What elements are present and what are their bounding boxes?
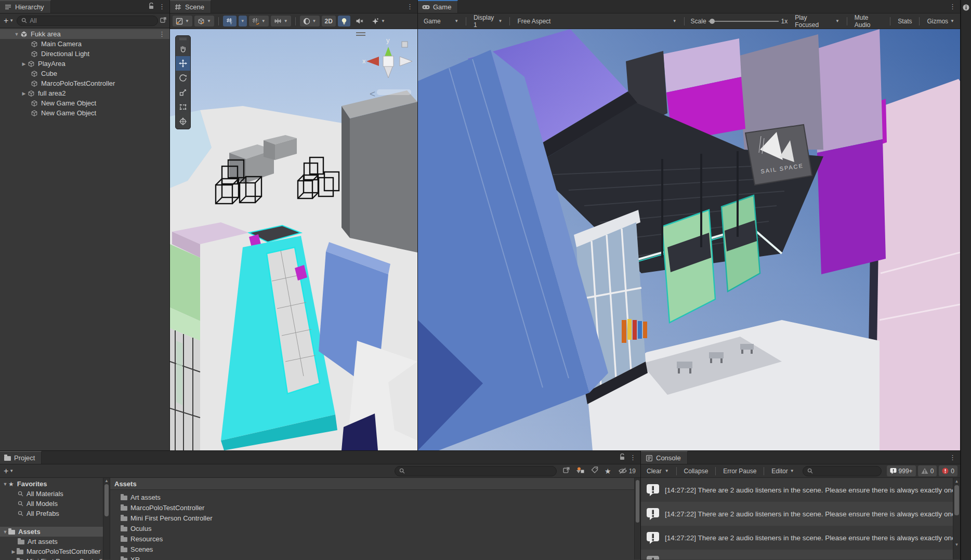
favorites-all-prefabs[interactable]: All Prefabs: [0, 509, 110, 518]
project-tree-scrollbar[interactable]: ▲: [103, 478, 110, 559]
clear-button[interactable]: Clear ▼: [644, 465, 672, 476]
hierarchy-row-marcopolo[interactable]: MarcoPoloTestController: [0, 78, 169, 88]
expander-closed-icon[interactable]: ▶: [21, 91, 27, 96]
collapse-button[interactable]: Collapse: [681, 465, 712, 476]
hierarchy-kebab-menu-icon[interactable]: ⋮: [159, 3, 165, 10]
scene-kebab-menu-icon[interactable]: ⋮: [406, 3, 413, 10]
tree-art-assets[interactable]: Art assets: [0, 537, 110, 546]
asset-folder-oculus[interactable]: Oculus: [110, 523, 640, 534]
asset-folder-mini-first-person[interactable]: Mini First Person Controller: [110, 513, 640, 523]
console-search-input[interactable]: [803, 466, 882, 476]
scene-lighting-button[interactable]: [338, 16, 350, 26]
search-by-label-icon[interactable]: [591, 466, 598, 475]
asset-folder-art-assets[interactable]: Art assets: [110, 492, 640, 502]
expander-closed-icon[interactable]: ▶: [10, 549, 17, 554]
play-focused-dropdown[interactable]: Play Focused ▼: [792, 16, 843, 26]
game-display-mode-dropdown[interactable]: Game ▼: [421, 16, 462, 26]
tree-mini-first-person[interactable]: ▶ Mini First Person Controlle: [0, 556, 110, 560]
hierarchy-row-playarea[interactable]: ▶ PlayArea: [0, 59, 169, 69]
game-viewport[interactable]: SAIL SPACE: [418, 29, 960, 450]
hierarchy-row-full-area2[interactable]: ▶ full area2: [0, 88, 169, 98]
scroll-up-icon[interactable]: ▲: [103, 478, 110, 483]
tab-scene[interactable]: Scene: [170, 0, 211, 13]
favorites-root[interactable]: ▼ ★ Favorites: [0, 479, 110, 489]
asset-folder-xr[interactable]: XR: [110, 554, 640, 560]
project-kebab-menu-icon[interactable]: ⋮: [629, 454, 636, 461]
expander-open-icon[interactable]: ▼: [14, 32, 20, 37]
move-tool-button[interactable]: [176, 56, 190, 71]
create-asset-button[interactable]: + ▼: [3, 465, 15, 476]
gizmos-3d-icons-button[interactable]: ▼: [194, 16, 214, 26]
hierarchy-row-main-camera[interactable]: Main Camera: [0, 39, 169, 49]
favorites-all-materials[interactable]: All Materials: [0, 489, 110, 499]
scrollbar-thumb[interactable]: [636, 480, 639, 523]
lock-icon[interactable]: [619, 454, 625, 462]
hierarchy-row-directional-light[interactable]: Directional Light: [0, 49, 169, 59]
hierarchy-row-cube[interactable]: Cube: [0, 69, 169, 78]
hidden-packages-toggle[interactable]: 19: [619, 468, 636, 475]
tab-project[interactable]: Project: [0, 451, 42, 464]
scale-slider[interactable]: [708, 18, 779, 25]
scene-viewport[interactable]: y x <: [170, 29, 417, 450]
2d-toggle-button[interactable]: 2D: [322, 16, 336, 26]
grid-visibility-dropdown[interactable]: ▼: [239, 16, 247, 26]
draw-mode-button[interactable]: ▼: [173, 16, 192, 26]
assets-list-scrollbar[interactable]: [634, 478, 640, 559]
snap-increment-button[interactable]: ▼: [271, 16, 291, 26]
console-scrollbar[interactable]: ▲ ▼: [953, 478, 960, 559]
tab-hierarchy[interactable]: Hierarchy: [0, 0, 51, 13]
transform-tool-button[interactable]: [176, 114, 190, 129]
display-dropdown[interactable]: Display 1 ▼: [470, 16, 506, 26]
asset-folder-scenes[interactable]: Scenes: [110, 544, 640, 554]
grid-visibility-button[interactable]: Y: [223, 16, 237, 26]
editor-dropdown[interactable]: Editor ▼: [768, 465, 797, 476]
expander-open-icon[interactable]: ▼: [2, 482, 8, 487]
scrollbar-thumb[interactable]: [104, 484, 109, 516]
slider-thumb[interactable]: [710, 19, 715, 24]
save-search-star-icon[interactable]: ★: [605, 467, 611, 475]
project-search-input[interactable]: [395, 466, 557, 476]
tab-game[interactable]: Game: [418, 0, 458, 13]
aspect-ratio-dropdown[interactable]: Free Aspect ▼: [514, 16, 679, 26]
scrollbar-thumb[interactable]: [954, 485, 959, 515]
hand-tool-button[interactable]: [176, 42, 190, 56]
log-entry[interactable]: [14:27:22] There are 2 audio listeners i…: [641, 478, 960, 502]
lock-icon[interactable]: [148, 3, 154, 11]
log-entry[interactable]: [14:27:22] There are 2 audio listeners i…: [641, 526, 960, 550]
assets-root[interactable]: ▼ Assets: [0, 527, 110, 537]
error-pause-button[interactable]: Error Pause: [720, 465, 759, 476]
log-entry[interactable]: [14:27:22] There are 2 audio listeners i…: [641, 550, 960, 559]
info-count-toggle[interactable]: 999+: [887, 465, 916, 476]
scroll-up-icon[interactable]: ▲: [953, 479, 960, 484]
shading-mode-button[interactable]: ▼: [300, 16, 320, 26]
warning-count-toggle[interactable]: 0: [918, 465, 937, 476]
open-search-window-icon[interactable]: [160, 17, 167, 25]
search-by-type-icon[interactable]: [576, 466, 585, 475]
effects-button[interactable]: ▼: [369, 16, 388, 26]
tab-console[interactable]: Console: [641, 451, 688, 464]
scale-tool-button[interactable]: [176, 85, 190, 100]
stats-button[interactable]: Stats: [895, 16, 915, 26]
favorites-all-models[interactable]: All Models: [0, 499, 110, 509]
tree-marcopolo[interactable]: ▶ MarcoPoloTestController: [0, 546, 110, 556]
console-kebab-menu-icon[interactable]: ⋮: [949, 454, 956, 461]
hierarchy-row-fukk-area[interactable]: ▼ Fukk area ⋮: [0, 29, 169, 39]
audio-toggle-button[interactable]: [352, 16, 366, 26]
open-search-window-icon[interactable]: [563, 466, 570, 475]
expander-closed-icon[interactable]: ▶: [21, 61, 27, 66]
mute-audio-button[interactable]: Mute Audio: [851, 16, 886, 26]
error-count-toggle[interactable]: 0: [939, 465, 957, 476]
asset-folder-marcopolo[interactable]: MarcoPoloTestController: [110, 502, 640, 513]
asset-folder-resources[interactable]: Resources: [110, 534, 640, 544]
log-entry[interactable]: [14:27:22] There are 2 audio listeners i…: [641, 502, 960, 526]
snap-settings-button[interactable]: ▼: [249, 16, 269, 26]
hierarchy-row-new-game-object-1[interactable]: New Game Object: [0, 98, 169, 108]
toolbar-drag-handle[interactable]: [176, 36, 190, 42]
hierarchy-search-input[interactable]: All: [17, 16, 158, 26]
rotate-tool-button[interactable]: [176, 71, 190, 85]
rect-tool-button[interactable]: [176, 100, 190, 114]
scroll-down-icon[interactable]: ▼: [953, 542, 960, 547]
game-kebab-menu-icon[interactable]: ⋮: [949, 3, 956, 10]
gizmos-dropdown[interactable]: Gizmos ▼: [924, 16, 957, 26]
assets-breadcrumb-header[interactable]: Assets: [110, 478, 640, 490]
